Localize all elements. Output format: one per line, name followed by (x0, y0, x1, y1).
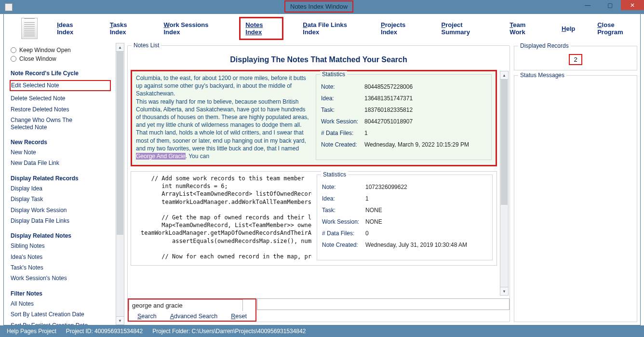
new-note[interactable]: New Note (11, 149, 111, 156)
menu-help[interactable]: Help (559, 23, 578, 34)
display-task[interactable]: Display Task (11, 196, 111, 202)
note-body-text: Columbia, to the east, for about 1200 or… (136, 74, 311, 160)
menu-team-work[interactable]: Team Work (507, 19, 542, 38)
displayed-records-value: 2 (569, 54, 582, 65)
edit-selected-note[interactable]: Edit Selected Note (10, 80, 111, 91)
scroll-down-icon[interactable]: ▼ (116, 316, 124, 324)
life-cycle-header: Note Record's Life Cycle (11, 70, 111, 77)
display-related-records-header: Display Related Records (11, 175, 111, 182)
new-data-file-link[interactable]: New Data File Link (11, 160, 111, 166)
scroll-down-icon[interactable]: ▼ (500, 287, 508, 295)
note-card-selected[interactable]: Columbia, to the east, for about 1200 or… (131, 70, 497, 166)
status-messages-panel: Status Messages (514, 75, 637, 322)
close-window-radio[interactable]: Close Window (11, 55, 111, 62)
advanced-search-button[interactable]: Advanced Search (170, 313, 218, 320)
menu-work-sessions-index[interactable]: Work Sessions Index (161, 19, 223, 38)
left-sidebar: Keep Window Open Close Window Note Recor… (4, 43, 116, 325)
menu-ideas-index[interactable]: Ideas Index (54, 19, 90, 38)
note-body-text: // Add some work records to this team me… (141, 175, 312, 260)
sort-latest-creation[interactable]: Sort By Latest Creation Date (11, 311, 111, 318)
notes-list-legend: Notes List (132, 42, 161, 49)
notes-search-heading: Displaying The Notes That Matched Your S… (128, 46, 510, 70)
note-statistics: Statistics Note:1072326099622 Idea:1 Tas… (317, 175, 493, 260)
ideas-notes[interactable]: Idea's Notes (11, 254, 111, 260)
scroll-thumb[interactable] (117, 52, 123, 235)
search-match-highlight: George And Gracie (136, 153, 186, 160)
notes-list-panel: Notes List Displaying The Notes That Mat… (127, 45, 510, 322)
search-input[interactable] (129, 299, 243, 311)
delete-selected-note[interactable]: Delete Selected Note (11, 95, 111, 102)
menu-projects-index[interactable]: Projects Index (378, 19, 422, 38)
display-idea[interactable]: Display Idea (11, 185, 111, 192)
display-data-file-links[interactable]: Display Data File Links (11, 217, 111, 224)
scroll-up-icon[interactable]: ▲ (500, 71, 508, 80)
minimize-button[interactable]: — (577, 0, 599, 10)
title-bar: Notes Index Window — ▢ ✕ (0, 0, 644, 14)
note-statistics: Statistics Note:804485257228006 Idea:136… (316, 74, 492, 160)
maximize-button[interactable]: ▢ (599, 0, 621, 10)
system-icon (5, 3, 13, 11)
close-window-button[interactable]: ✕ (621, 0, 644, 10)
left-vertical-scrollbar[interactable]: ▲ ▼ (116, 43, 124, 325)
status-bar: Help Pages Project Project ID: 400956931… (0, 325, 644, 337)
filter-notes-header: Filter Notes (11, 290, 111, 297)
restore-deleted-notes[interactable]: Restore Deleted Notes (11, 106, 111, 113)
search-input-extended[interactable] (257, 298, 510, 310)
all-notes[interactable]: All Notes (11, 300, 111, 307)
new-records-header: New Records (11, 139, 111, 146)
statistics-legend: Statistics (320, 71, 347, 78)
scroll-thumb[interactable] (501, 80, 508, 205)
window-title: Notes Index Window (285, 1, 352, 12)
note-card[interactable]: // Add some work records to this team me… (131, 171, 497, 266)
change-note-owner[interactable]: Change Who Owns The Selected Note (11, 117, 93, 131)
menu-notes-index[interactable]: Notes Index (239, 17, 283, 40)
menu-project-summary[interactable]: Project Summary (439, 19, 491, 38)
menu-tasks-index[interactable]: Tasks Index (107, 19, 145, 38)
menu-close-program[interactable]: Close Program (594, 19, 640, 38)
display-related-notes-header: Display Related Notes (11, 232, 111, 239)
document-icon (21, 18, 38, 39)
menu-data-file-links-index[interactable]: Data File Links Index (300, 19, 362, 38)
search-bar: Search Advanced Search Reset (128, 298, 510, 322)
title-highlight: Notes Index Window (284, 0, 353, 13)
menu-bar: Ideas Index Tasks Index Work Sessions In… (4, 14, 640, 43)
displayed-records-legend: Displayed Records (518, 42, 571, 49)
app-body: Ideas Index Tasks Index Work Sessions In… (3, 14, 641, 325)
right-panel: Displayed Records 2 Status Messages (513, 43, 640, 325)
display-work-session[interactable]: Display Work Session (11, 207, 111, 214)
keep-window-open-radio[interactable]: Keep Window Open (11, 47, 111, 54)
status-project-folder: Project Folder: C:\Users\Darren\Projects… (152, 328, 306, 335)
scroll-up-icon[interactable]: ▲ (116, 43, 124, 52)
displayed-records-panel: Displayed Records 2 (514, 46, 637, 70)
statistics-legend: Statistics (321, 171, 348, 178)
reset-button[interactable]: Reset (231, 313, 247, 320)
status-help-project: Help Pages Project (7, 328, 56, 335)
tasks-notes[interactable]: Task's Notes (11, 264, 111, 271)
status-messages-legend: Status Messages (518, 72, 566, 79)
work-sessions-notes[interactable]: Work Session's Notes (11, 275, 111, 282)
status-project-id: Project ID: 400956931534842 (66, 328, 143, 335)
notes-vertical-scrollbar[interactable]: ▲ ▼ (500, 71, 509, 296)
search-button[interactable]: Search (137, 313, 157, 320)
sibling-notes[interactable]: Sibling Notes (11, 243, 111, 249)
search-highlight-box: Search Advanced Search Reset (128, 298, 256, 322)
sort-earliest-creation[interactable]: Sort By Earilest Creation Date (11, 322, 111, 325)
